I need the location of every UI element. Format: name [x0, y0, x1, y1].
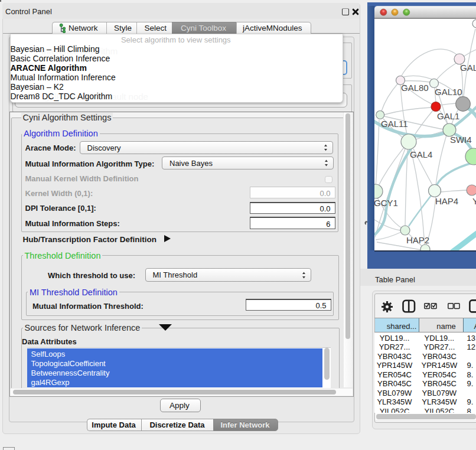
svg-text:YM: YM — [472, 196, 476, 206]
svg-text:GAL4: GAL4 — [410, 149, 432, 159]
svg-text:GAL2: GAL2 — [460, 63, 476, 73]
svg-text:GAL1: GAL1 — [437, 111, 459, 121]
svg-text:SWI4: SWI4 — [450, 135, 472, 145]
svg-text:HAP4: HAP4 — [435, 196, 458, 206]
svg-text:GCY1: GCY1 — [374, 198, 398, 208]
svg-text:GAL11: GAL11 — [381, 119, 408, 129]
svg-text:GAL10: GAL10 — [435, 87, 462, 97]
svg-text:HAP2: HAP2 — [406, 235, 429, 245]
svg-text:GAL80: GAL80 — [401, 83, 429, 93]
